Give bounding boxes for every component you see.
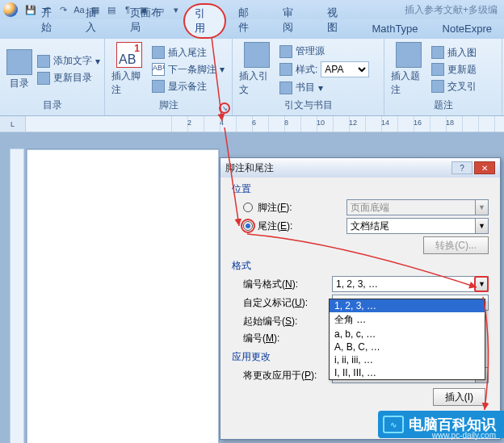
watermark-url: www.pc-daily.com [432,431,496,440]
add-text-button[interactable]: 添加文字 ▾ [37,54,100,68]
tab-references[interactable]: 引用 [183,3,226,39]
tab-review[interactable]: 审阅 [271,2,315,39]
dropdown-option[interactable]: i, ii, iii, … [330,353,485,366]
insert-tof-button[interactable]: 插入图 [431,46,477,60]
endnote-radio-label: 尾注(E): [258,219,346,233]
group-label: 引文与书目 [239,97,377,114]
chevron-down-icon[interactable]: ▼ [475,219,488,233]
manage-sources-button[interactable]: 管理源 [279,44,369,58]
next-footnote-button[interactable]: AB¹下一条脚注 ▾ [152,63,225,77]
insert-caption-label: 插入题注 [391,69,426,97]
footnote-radio-label: 脚注(F): [258,201,346,215]
dropdown-option[interactable]: a, b, c, … [330,328,485,341]
update-toc-button[interactable]: 更新目录 [37,71,100,85]
chevron-down-icon[interactable]: ▼ [475,277,488,291]
insert-citation-label: 插入引文 [239,69,275,97]
window-title: 插入参考文献+多级编 [405,3,501,17]
start-at-label: 起始编号(S): [243,315,332,328]
ribbon-tabs: 开始 插入 页面布局 引用 邮件 审阅 视图 MathType NoteExpr… [0,19,504,39]
endnote-radio[interactable] [243,221,253,231]
dropdown-option[interactable]: 全角 … [330,312,485,328]
document-page[interactable] [26,148,220,443]
footnote-location-combo: 页面底端▼ [346,199,489,215]
section-position-label: 位置 [232,182,489,196]
bibliography-button[interactable]: 书目 ▾ [279,81,369,94]
citation-style-select[interactable]: 样式: APA [279,61,369,77]
tab-noteexpress[interactable]: NoteExpre [430,19,504,39]
tab-mailings[interactable]: 邮件 [226,2,271,39]
custom-mark-label: 自定义标记(U): [243,296,332,310]
cross-reference-button[interactable]: 交叉引 [431,80,477,94]
insert-footnote-label: 插入脚注 [111,69,147,97]
toc-button[interactable]: 目录 [6,42,32,97]
number-format-combo[interactable]: 1, 2, 3, …▼ [332,276,489,292]
show-notes-button[interactable]: 显示备注 [152,80,225,94]
group-label: 脚注 [111,97,225,114]
toc-label: 目录 [10,77,29,90]
watermark-badge: ∿ 电脑百科知识 www.pc-daily.com [378,411,504,438]
insert-citation-button[interactable]: 插入引文 [239,42,275,97]
group-footnotes: 1AB插入脚注 插入尾注 AB¹下一条脚注 ▾ 显示备注 脚注 ↘ [105,39,233,115]
ruler-corner: L [0,116,26,132]
group-label: 题注 [391,97,495,114]
dropdown-option[interactable]: 1, 2, 3, … [330,299,485,312]
dialog-titlebar[interactable]: 脚注和尾注 ? ✕ [220,158,500,178]
update-table-button[interactable]: 更新题 [431,63,477,77]
tab-insert[interactable]: 插入 [74,2,118,39]
chevron-down-icon: ▼ [475,200,488,215]
number-format-label: 编号格式(N): [243,278,332,291]
monitor-icon: ∿ [383,416,404,433]
number-format-dropdown[interactable]: 1, 2, 3, … 全角 … a, b, c, … A, B, C, … i,… [329,299,485,380]
group-toc: 目录 添加文字 ▾ 更新目录 目录 [0,39,105,115]
footnote-radio[interactable] [243,203,253,212]
insert-endnote-button[interactable]: 插入尾注 [152,46,225,60]
endnote-location-combo[interactable]: 文档结尾▼ [346,218,489,234]
dialog-title: 脚注和尾注 [225,161,274,175]
tab-mathtype[interactable]: MathType [360,19,430,39]
dropdown-option[interactable]: I, II, III, … [330,366,485,379]
insert-footnote-button[interactable]: 1AB插入脚注 [111,42,147,97]
group-captions: 插入题注 插入图 更新题 交叉引 题注 [384,39,502,115]
apply-to-label: 将更改应用于(P): [243,369,332,382]
numbering-label: 编号(M): [243,332,332,345]
footnote-dialog-launcher[interactable]: ↘ [219,102,230,114]
convert-button: 转换(C)... [423,236,489,254]
section-format-label: 格式 [232,259,489,273]
ribbon: 目录 添加文字 ▾ 更新目录 目录 1AB插入脚注 插入尾注 AB¹下一条脚注 … [0,39,504,116]
dropdown-option[interactable]: A, B, C, … [330,341,485,353]
tab-home[interactable]: 开始 [29,2,74,39]
tab-view[interactable]: 视图 [315,2,359,39]
horizontal-ruler: L 246 81012 141618 [0,116,504,132]
vertical-ruler [10,148,24,443]
tab-pagelayout[interactable]: 页面布局 [118,2,183,39]
insert-button[interactable]: 插入(I) [433,388,485,406]
help-icon[interactable]: ? [452,161,472,174]
office-button[interactable] [3,2,18,17]
close-icon[interactable]: ✕ [474,161,495,174]
style-dropdown[interactable]: APA [321,61,369,77]
group-citations: 插入引文 管理源 样式: APA 书目 ▾ 引文与书目 [233,39,384,115]
group-label: 目录 [6,97,98,114]
insert-caption-button[interactable]: 插入题注 [391,42,426,97]
footnote-endnote-dialog: 脚注和尾注 ? ✕ 位置 脚注(F): 页面底端▼ 尾注(E): 文档结尾▼ 转… [220,157,501,440]
